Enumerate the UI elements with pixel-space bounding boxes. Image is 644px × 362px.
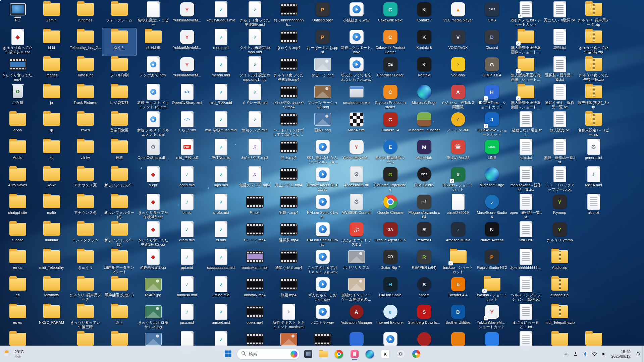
desktop-icon[interactable]: かるーく.png bbox=[306, 56, 339, 83]
desktop-icon[interactable]: Telepathy_Inst_2... bbox=[68, 28, 102, 56]
desktop-icon[interactable]: ◆きゅうり食ってた午後3時-01.cpr bbox=[1, 28, 35, 56]
desktop-icon[interactable]: airset2+2019 bbox=[441, 193, 475, 221]
desktop-icon[interactable]: es-es bbox=[1, 303, 35, 330]
show-desktop-button[interactable] bbox=[642, 346, 644, 362]
desktop-icon[interactable]: 新規エクスポート.wav bbox=[339, 28, 373, 56]
desktop-icon[interactable]: PUntitled.ppsf bbox=[306, 1, 339, 28]
desktop-icon[interactable]: ♫無題のスコア.mp3 bbox=[238, 166, 272, 193]
taskbar-app-google-chrome[interactable] bbox=[332, 347, 346, 361]
desktop-icon[interactable]: </>OpenCvSharp.xml bbox=[170, 83, 204, 111]
desktop-icon[interactable]: YF.ymmp bbox=[543, 193, 577, 221]
desktop-icon[interactable]: きゅうり食ってた午後三時.zip bbox=[577, 56, 610, 83]
desktop-icon[interactable]: BBrother Utilities bbox=[441, 303, 475, 330]
desktop-icon[interactable]: akis.txt bbox=[577, 193, 610, 221]
desktop-icon[interactable]: HALion Sonic 01.wav bbox=[306, 193, 339, 221]
desktop-icon[interactable]: cubase bbox=[1, 221, 35, 248]
desktop-icon[interactable]: PC bbox=[1, 1, 35, 28]
desktop-icon[interactable]: おっhhhhhhhhhhhh... bbox=[272, 1, 306, 28]
desktop-icon[interactable]: ♻ごみ箱 bbox=[1, 83, 35, 111]
desktop-icon[interactable]: Pおーばーまにお.ppsf bbox=[306, 28, 339, 56]
desktop-icon[interactable]: maniuta bbox=[35, 221, 68, 248]
desktop-icon[interactable]: ♪MuseScore Studio 4 bbox=[475, 193, 509, 221]
desktop-icon[interactable]: ♪MoZA.mid bbox=[577, 166, 610, 193]
desktop-icon[interactable]: 路上駐車 bbox=[136, 28, 170, 56]
desktop-icon[interactable]: ↗無人販売不正行為動画 - ショートカット bbox=[509, 83, 543, 111]
desktop-icon[interactable]: きゅうり_調声用データ.zip bbox=[577, 1, 610, 28]
desktop-icon[interactable]: 死にたい_b歌詞.txt bbox=[543, 1, 577, 28]
desktop-icon[interactable]: HHALion Sonic bbox=[373, 276, 407, 303]
taskbar-app-ai-assistant[interactable] bbox=[410, 347, 423, 361]
desktop-icon[interactable]: _起動しない場合.txt bbox=[509, 111, 543, 138]
desktop-icon[interactable]: 井上ドラム.mp4 bbox=[272, 166, 306, 193]
desktop-icon[interactable]: LINELINE bbox=[475, 138, 509, 166]
desktop-icon[interactable]: ksks.txt bbox=[509, 138, 543, 166]
desktop-icon[interactable]: ⚙AWSSDK.Core.dll bbox=[339, 193, 373, 221]
desktop-icon[interactable]: jijii bbox=[35, 111, 68, 138]
desktop-icon[interactable]: きゅうり.mp4 bbox=[272, 28, 306, 56]
desktop-icon[interactable]: CCakewalk Next bbox=[373, 1, 407, 28]
tray-overflow-button[interactable] bbox=[561, 349, 570, 359]
desktop-icon[interactable]: ▲VLC media player bbox=[441, 1, 475, 28]
desktop-icon[interactable]: インスタグラム bbox=[68, 221, 102, 248]
desktop-icon[interactable]: ♪タイトル未設定.tempo.mid bbox=[238, 28, 272, 56]
desktop-icon[interactable]: MMuseHub bbox=[407, 138, 441, 166]
desktop-icon[interactable]: manisekarin - 親作品一覧.txt bbox=[509, 166, 543, 193]
desktop-icon[interactable]: Fコード.mp4 bbox=[238, 221, 272, 248]
desktop-icon[interactable]: H↗HDDFMT.exe - ショートカット bbox=[475, 83, 509, 111]
desktop-icon[interactable]: ↗万引きメモ.txt - ショートカット bbox=[509, 1, 543, 28]
desktop-icon[interactable]: Mixdown bbox=[35, 276, 68, 303]
desktop-icon[interactable]: ♪rajio.mid bbox=[204, 166, 238, 193]
desktop-icon[interactable]: GGeForce Experience bbox=[373, 166, 407, 193]
desktop-icon[interactable]: 通知うぜえ.mp4 bbox=[272, 248, 306, 276]
desktop-icon[interactable]: ↗無人販売不正行為画像 - ショートカッ... bbox=[509, 28, 543, 56]
desktop-icon[interactable]: ohhayo-.mp4 bbox=[238, 276, 272, 303]
desktop-icon[interactable]: ◆名称未設定1.cpr bbox=[136, 248, 170, 276]
desktop-icon[interactable]: ♪jusu.mid bbox=[170, 303, 204, 330]
desktop-icon[interactable]: 新しいフォルダー (3) bbox=[102, 221, 136, 248]
desktop-icon[interactable]: KKontakt 8 bbox=[407, 28, 441, 56]
desktop-icon[interactable]: e新規 テキスト ドキュメント.html bbox=[136, 111, 170, 138]
desktop-icon[interactable]: 通知うぜえ - 親作品一覧.txt bbox=[543, 83, 577, 111]
desktop-icon[interactable]: 001_東北きりたん（ノーマル）_今しゃ... bbox=[306, 138, 339, 166]
desktop-icon[interactable]: Y↗YukkuriMovieM... - ショートカット bbox=[475, 303, 509, 330]
desktop-icon[interactable]: runtimes bbox=[68, 1, 102, 28]
desktop-icon[interactable]: ♪hamusu.mid bbox=[170, 276, 204, 303]
desktop-icon[interactable]: malib bbox=[35, 193, 68, 221]
desktop-icon[interactable]: YYukkuriMovieM... bbox=[170, 28, 204, 56]
desktop-icon[interactable]: 最新 bbox=[102, 138, 136, 166]
desktop-icon[interactable]: F.mp4 bbox=[238, 193, 272, 221]
desktop-icon[interactable]: こってのｈｄすおｆｄｓｂぶぁ.wav bbox=[306, 248, 339, 276]
desktop-icon[interactable]: NNative Access bbox=[475, 221, 509, 248]
wifi-icon[interactable] bbox=[590, 349, 598, 359]
desktop-icon[interactable]: ♫わかりやす.mp3 bbox=[238, 138, 272, 166]
desktop-icon[interactable]: YYukkuriMovieM... bbox=[170, 56, 204, 83]
desktop-icon[interactable]: GAGroove Agent SE 5 bbox=[373, 221, 407, 248]
desktop-icon[interactable]: まにまにわーるど！.txt bbox=[509, 303, 543, 330]
desktop-icon[interactable]: ko bbox=[35, 138, 68, 166]
desktop-icon[interactable]: 説明.txt bbox=[543, 28, 577, 56]
desktop-icon[interactable]: J↗JQuake.exe - ショートカット bbox=[475, 111, 509, 138]
desktop-icon[interactable]: YYukkuriMovieM... bbox=[170, 1, 204, 28]
desktop-icon[interactable]: ♪meroin.mid bbox=[204, 56, 238, 83]
desktop-icon[interactable]: アナウンス冬 bbox=[68, 193, 102, 221]
desktop-icon[interactable]: Google Chrome bbox=[373, 193, 407, 221]
desktop-icon[interactable]: 画像1.png bbox=[306, 111, 339, 138]
taskbar-app-pinned-app-k[interactable]: K bbox=[379, 347, 392, 361]
desktop-icon[interactable]: Minecraft Launcher bbox=[407, 111, 441, 138]
desktop-icon[interactable]: 無人販売.txt bbox=[543, 111, 577, 138]
desktop-icon[interactable]: 調声練習(失敗)_3 bbox=[102, 276, 136, 303]
desktop-icon[interactable]: </>くらげ.xml bbox=[170, 111, 204, 138]
desktop-icon[interactable]: midi_Telepathy.zip bbox=[543, 303, 577, 330]
desktop-icon[interactable]: RREAPER (x64) bbox=[407, 248, 441, 276]
desktop-icon[interactable]: VVOICEVOX bbox=[441, 28, 475, 56]
desktop-icon[interactable]: Audio.zip bbox=[543, 248, 577, 276]
desktop-icon[interactable]: zh-tw bbox=[68, 138, 102, 166]
desktop-icon[interactable]: ⚙OpenCvSharp.dll... bbox=[136, 138, 170, 166]
desktop-icon[interactable]: KKontakt 7 bbox=[407, 1, 441, 28]
desktop-icon[interactable]: レジ袋有料 bbox=[102, 83, 136, 111]
desktop-icon[interactable]: chatgpt-site bbox=[1, 193, 35, 221]
desktop-icon[interactable]: id-id bbox=[35, 28, 68, 56]
desktop-icon[interactable]: 調声練習(失敗)_3.zip bbox=[577, 83, 610, 111]
desktop-icon[interactable]: ♪td.mid bbox=[204, 221, 238, 248]
desktop-icon[interactable]: YYukkuriMovieM... bbox=[339, 138, 373, 166]
